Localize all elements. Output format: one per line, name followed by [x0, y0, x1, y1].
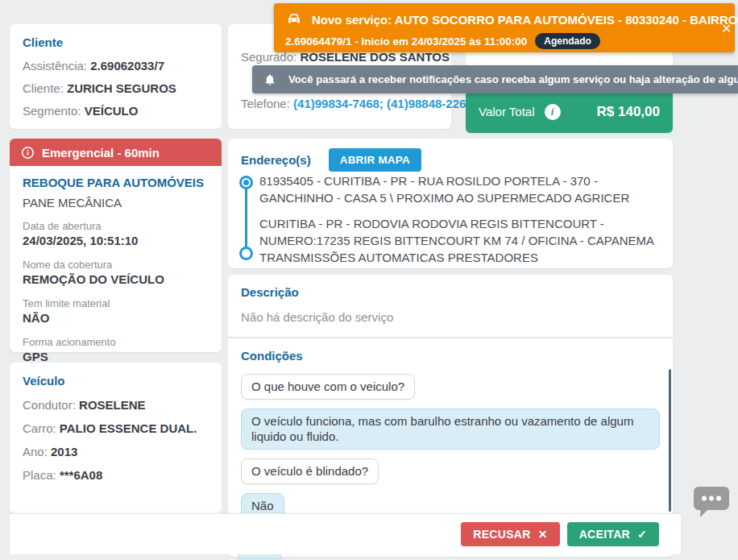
- assistencia-label: Assistência:: [23, 59, 87, 73]
- action-footer: RECUSAR ✕ ACEITAR ✓: [10, 513, 681, 554]
- field-value: 24/03/2025, 10:51:10: [23, 233, 209, 248]
- new-service-title: Novo serviço: AUTO SOCORRO PARA AUTOMÓVE…: [312, 13, 738, 27]
- info-icon[interactable]: i: [545, 104, 561, 120]
- recusar-label: RECUSAR: [473, 528, 530, 541]
- field-limite-material: Tem limite material NÃO: [23, 297, 209, 326]
- field-data-abertura: Data de abertura 24/03/2025, 10:51:10: [23, 220, 209, 248]
- check-icon: ✓: [637, 528, 647, 541]
- notification-message: Você passará a receber notificações caso…: [288, 73, 738, 85]
- telefone-label: Telefone:: [241, 97, 290, 110]
- cliente-value: ZURICH SEGUROS: [67, 81, 176, 95]
- telefone-row: Telefone: (41)99834-7468; (41)98848-2261: [241, 97, 473, 110]
- destination-address: CURITIBA - PR - RODOVIA RODOVIA REGIS BI…: [259, 215, 654, 266]
- valor-total-box: Valor Total i R$ 140,00: [466, 90, 673, 133]
- destination-dot-icon: [239, 247, 253, 260]
- route-line: [245, 184, 247, 251]
- veiculo-title: Veículo: [23, 374, 209, 388]
- servico-subtitle: PANE MECÂNICA: [23, 196, 209, 209]
- condicoes-scrollbar[interactable]: [669, 369, 671, 512]
- urgency-label: Emergencial - 60min: [42, 146, 160, 160]
- condutor-row: Condutor: ROSELENE: [23, 398, 209, 412]
- field-label: Nome da cobertura: [23, 259, 209, 272]
- condutor-value: ROSELENE: [79, 398, 146, 412]
- notification-bar: Você passará a receber notificações caso…: [252, 65, 738, 93]
- placa-label: Placa:: [23, 468, 56, 482]
- status-badge: Agendado: [535, 33, 600, 49]
- descricao-card: Descrição Não há descrição do serviço: [228, 275, 673, 337]
- condition-question: O que houve com o veiculo?: [241, 374, 415, 400]
- servico-title: REBOQUE PARA AUTOMÓVEIS: [23, 176, 209, 189]
- field-label: Tem limite material: [23, 297, 209, 310]
- valor-total-label: Valor Total: [479, 105, 535, 118]
- valor-total-value: R$ 140,00: [597, 104, 660, 120]
- abrir-mapa-button[interactable]: ABRIR MAPA: [329, 148, 421, 172]
- chat-bubble-icon[interactable]: [690, 482, 732, 521]
- close-icon: ✕: [538, 528, 548, 541]
- assistencia-row: Assistência: 2.69062033/7: [23, 59, 209, 73]
- condicoes-title: Condições: [241, 349, 660, 363]
- veiculo-card: Veículo Condutor: ROSELENE Carro: PALIO …: [10, 363, 222, 513]
- close-icon[interactable]: ✕: [721, 23, 736, 35]
- carro-label: Carro:: [23, 421, 56, 435]
- field-forma-acionamento: Forma acionamento GPS: [23, 336, 209, 364]
- telefone-links[interactable]: (41)99834-7468; (41)98848-2261: [293, 97, 473, 110]
- enderecos-card: Endereço(s) ABRIR MAPA 81935405 - CURITI…: [228, 139, 673, 268]
- origin-dot-icon: [239, 176, 253, 189]
- new-service-subtitle: 2.69064479/1 - Inicio em 24/03/2025 às 1…: [285, 35, 527, 48]
- field-value: NÃO: [23, 310, 209, 326]
- carro-row: Carro: PALIO ESSENCE DUAL.: [23, 421, 209, 435]
- ano-label: Ano:: [23, 445, 48, 458]
- new-service-banner: Novo serviço: AUTO SOCORRO PARA AUTOMÓVE…: [274, 3, 735, 52]
- field-label: Forma acionamento: [23, 336, 209, 349]
- recusar-button[interactable]: RECUSAR ✕: [461, 522, 559, 546]
- field-cobertura: Nome da cobertura REMOÇÃO DO VEÍCULO: [23, 259, 209, 287]
- assistencia-value: 2.69062033/7: [90, 59, 164, 73]
- cliente-title: Cliente: [23, 35, 209, 49]
- urgency-banner: Emergencial - 60min: [10, 139, 222, 166]
- bell-icon: [263, 73, 276, 86]
- condition-question: O veículo é blindado?: [241, 458, 379, 484]
- aceitar-label: ACEITAR: [579, 528, 630, 541]
- info-circle-icon: [21, 146, 35, 160]
- aceitar-button[interactable]: ACEITAR ✓: [567, 522, 659, 546]
- placa-value: ***6A08: [60, 468, 102, 482]
- segmento-value: VEÍCULO: [85, 104, 139, 118]
- car-icon: [285, 10, 303, 28]
- field-label: Data de abertura: [23, 220, 209, 233]
- ano-row: Ano: 2013: [23, 445, 209, 458]
- segmento-row: Segmento: VEÍCULO: [23, 104, 209, 118]
- descricao-title: Descrição: [241, 285, 660, 299]
- origin-address: 81935405 - CURITIBA - PR - RUA ROSILDO P…: [259, 172, 654, 206]
- ano-value: 2013: [51, 445, 77, 458]
- cliente-label: Cliente:: [23, 81, 64, 95]
- cliente-card: Cliente Assistência: 2.69062033/7 Client…: [10, 24, 222, 129]
- enderecos-title: Endereço(s): [241, 153, 311, 167]
- field-value: REMOÇÃO DO VEÍCULO: [23, 272, 209, 287]
- condition-answer: O veículo funciona, mas com barulho estr…: [241, 409, 660, 450]
- condutor-label: Condutor:: [23, 398, 76, 412]
- descricao-empty-text: Não há descrição do serviço: [241, 310, 660, 324]
- servico-card: REBOQUE PARA AUTOMÓVEIS PANE MECÂNICA Da…: [10, 166, 222, 352]
- placa-row: Placa: ***6A08: [23, 468, 209, 482]
- carro-value: PALIO ESSENCE DUAL.: [60, 421, 197, 435]
- segmento-label: Segmento:: [23, 104, 81, 118]
- cliente-row: Cliente: ZURICH SEGUROS: [23, 81, 209, 95]
